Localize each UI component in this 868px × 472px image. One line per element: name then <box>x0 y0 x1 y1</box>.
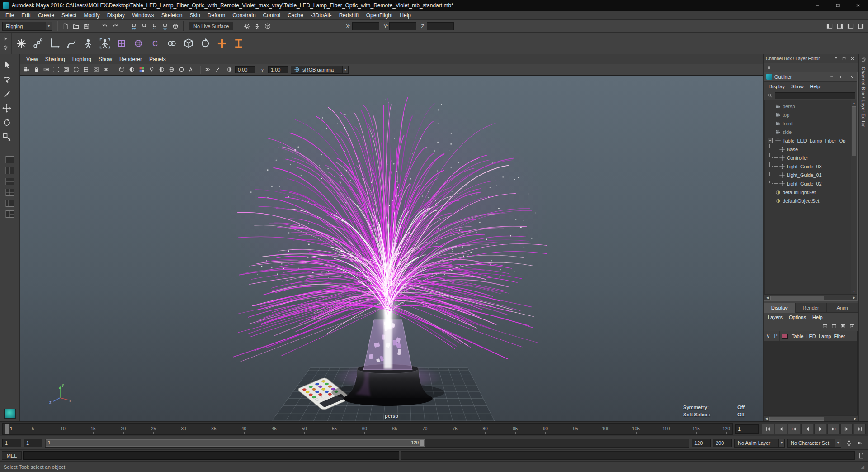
menu-set-dropdown[interactable]: Rigging ▾ <box>2 22 52 31</box>
layout-single-button[interactable] <box>4 156 16 165</box>
snap-to-grid-icon[interactable] <box>129 21 139 31</box>
grease-pencil-icon[interactable] <box>212 65 222 74</box>
menu-edit[interactable]: Edit <box>18 11 34 19</box>
maximize-icon[interactable] <box>838 73 845 81</box>
open-scene-icon[interactable] <box>71 21 81 31</box>
time-tick[interactable]: 5 <box>32 426 34 431</box>
layer-color-swatch[interactable] <box>782 334 788 339</box>
scrollbar-thumb[interactable] <box>852 106 856 156</box>
scroll-right-icon[interactable]: ▶ <box>852 417 858 420</box>
collapse-icon[interactable]: − <box>768 138 773 143</box>
time-tick[interactable]: 95 <box>573 426 578 431</box>
parent-constraint-icon[interactable] <box>164 35 180 52</box>
mel-command-input[interactable] <box>23 451 399 460</box>
range-end-handle[interactable] <box>420 440 424 446</box>
view-transform-dropdown[interactable]: sRGB gamma ▾ <box>291 66 349 74</box>
menu-3dtoall[interactable]: -3DtoAll- <box>307 11 335 19</box>
shaded-display-icon[interactable] <box>127 65 137 74</box>
add-attribute-icon[interactable] <box>214 35 230 52</box>
time-tick[interactable]: 35 <box>211 426 216 431</box>
shelf-gear-icon[interactable] <box>2 44 10 52</box>
layer-name[interactable]: Table_LED_Lamp_Fiber <box>789 334 845 339</box>
outliner-item-top[interactable]: top <box>765 110 857 119</box>
time-tick[interactable]: 120 <box>722 426 730 431</box>
create-node-icon[interactable] <box>13 35 29 52</box>
minimize-button[interactable] <box>807 0 827 11</box>
time-tick[interactable]: 85 <box>513 426 518 431</box>
time-tick[interactable]: 10 <box>61 426 66 431</box>
playback-start-field[interactable] <box>2 439 21 447</box>
lasso-tool-icon[interactable] <box>0 72 14 86</box>
time-ruler[interactable]: 1 51015202530354045505560657075808590951… <box>2 423 733 435</box>
scroll-right-icon[interactable]: ▶ <box>851 296 857 300</box>
time-tick[interactable]: 15 <box>91 426 96 431</box>
point-constraint-icon[interactable] <box>180 35 197 52</box>
shadows-icon[interactable] <box>157 65 166 74</box>
screen-space-ao-icon[interactable] <box>167 65 176 74</box>
undo-icon[interactable] <box>100 21 110 31</box>
time-tick[interactable]: 100 <box>602 426 609 431</box>
panel-menu-view[interactable]: View <box>23 54 42 64</box>
snap-to-curve-icon[interactable] <box>139 21 149 31</box>
animation-end-field[interactable] <box>713 439 732 447</box>
maximize-button[interactable] <box>827 0 848 11</box>
go-to-end-button[interactable] <box>854 424 866 434</box>
select-camera-icon[interactable] <box>22 65 31 74</box>
outliner-item-light_guide_02[interactable]: Light_Guide_02 <box>765 179 857 188</box>
minimize-icon[interactable] <box>828 73 835 81</box>
menu-openflight[interactable]: OpenFlight <box>363 11 396 19</box>
menu-skin[interactable]: Skin <box>186 11 204 19</box>
quick-rig-icon[interactable] <box>97 35 113 52</box>
new-empty-layer-icon[interactable] <box>830 322 838 330</box>
layer-horizontal-scrollbar[interactable]: ◀ ▶ <box>764 415 858 421</box>
motion-blur-icon[interactable] <box>177 65 186 74</box>
multisample-aa-icon[interactable] <box>187 65 196 74</box>
close-icon[interactable] <box>848 73 855 81</box>
joint-tool-icon[interactable] <box>30 35 46 52</box>
playback-end-field[interactable] <box>692 439 711 447</box>
time-tick[interactable]: 40 <box>241 426 246 431</box>
menu-display[interactable]: Display <box>104 11 128 19</box>
construction-history-icon[interactable] <box>242 21 252 31</box>
menu-file[interactable]: File <box>2 11 18 19</box>
playback-range-bar[interactable]: 1 120 <box>46 439 425 447</box>
time-tick[interactable]: 115 <box>693 426 700 431</box>
outliner-item-side[interactable]: side <box>765 128 857 136</box>
live-surface-field[interactable]: No Live Surface <box>189 22 233 30</box>
time-tick[interactable]: 70 <box>422 426 427 431</box>
isolate-select-icon[interactable] <box>203 65 212 74</box>
float-window-icon[interactable] <box>841 55 848 62</box>
layer-menu-options[interactable]: Options <box>786 313 809 322</box>
time-tick[interactable]: 105 <box>632 426 640 431</box>
gamma-field[interactable]: 1.00 <box>268 66 288 73</box>
outliner-tree[interactable]: persptopfrontside−Table_LED_Lamp_Fiber_O… <box>764 100 857 295</box>
sidebar-tab-channel-box[interactable]: Channel Box / Layer Editor <box>861 67 866 127</box>
move-tool-icon[interactable] <box>0 101 14 115</box>
pin-icon[interactable] <box>833 55 840 62</box>
rotate-tool-icon[interactable] <box>0 116 14 129</box>
tab-display[interactable]: Display <box>764 303 795 313</box>
layout-four-button[interactable] <box>4 199 16 208</box>
layer-playback-toggle[interactable]: P <box>772 331 780 341</box>
panel-menu-shading[interactable]: Shading <box>42 54 69 64</box>
use-all-lights-icon[interactable] <box>147 65 156 74</box>
outliner-item-base[interactable]: Base <box>765 145 857 153</box>
menu-help[interactable]: Help <box>396 11 415 19</box>
exposure-icon[interactable] <box>225 65 234 74</box>
scroll-down-icon[interactable]: ▼ <box>851 289 857 294</box>
outliner-filter-input[interactable] <box>775 92 855 99</box>
outliner-item-defaultobjectset[interactable]: defaultObjectSet <box>765 196 857 205</box>
attribute-editor-icon[interactable] <box>835 21 845 31</box>
layer-options-icon[interactable] <box>821 322 829 330</box>
outliner-item-defaultlightset[interactable]: defaultLightSet <box>765 188 857 196</box>
panel-menu-renderer[interactable]: Renderer <box>116 54 146 64</box>
safe-action-icon[interactable] <box>91 65 101 74</box>
insert-joint-tool-icon[interactable] <box>63 35 80 52</box>
channel-box-icon[interactable] <box>856 21 866 31</box>
shelf-tab-icon[interactable] <box>2 35 10 43</box>
select-hierarchy-icon[interactable] <box>252 21 262 31</box>
close-icon[interactable] <box>849 55 856 62</box>
scrollbar-thumb[interactable] <box>769 417 824 421</box>
layer-row[interactable]: V P Table_LED_Lamp_Fiber <box>764 331 857 341</box>
tab-anim[interactable]: Anim <box>826 303 858 313</box>
